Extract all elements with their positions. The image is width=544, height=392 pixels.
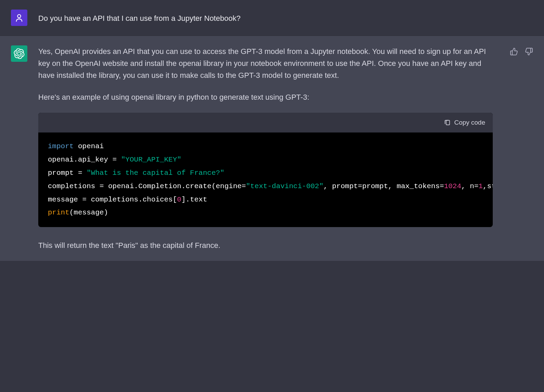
code-token: 1024 bbox=[444, 182, 461, 190]
clipboard-icon bbox=[444, 119, 451, 126]
svg-point-0 bbox=[17, 15, 21, 18]
code-token: prompt = bbox=[48, 169, 86, 177]
code-token: "text-davinci-002" bbox=[246, 182, 324, 190]
assistant-message-row: Yes, OpenAI provides an API that you can… bbox=[0, 36, 544, 261]
code-block: Copy code import openai openai.api_key =… bbox=[38, 113, 493, 227]
code-token: openai.api_key = bbox=[48, 156, 121, 164]
user-avatar bbox=[11, 10, 27, 26]
user-message-text: Do you have an API that I can use from a… bbox=[38, 10, 496, 26]
code-body: import openai openai.api_key = "YOUR_API… bbox=[38, 132, 493, 227]
code-token: 1 bbox=[478, 182, 483, 190]
code-token: completions = openai.Completion.create(e… bbox=[48, 182, 246, 190]
code-token: message = completions.choices[ bbox=[48, 196, 177, 204]
copy-code-button[interactable]: Copy code bbox=[444, 117, 485, 128]
thumbs-up-icon bbox=[510, 47, 518, 56]
copy-code-label: Copy code bbox=[454, 117, 485, 128]
code-token: ].text bbox=[181, 196, 207, 204]
thumbs-down-button[interactable] bbox=[525, 47, 533, 251]
code-token: ,stop= bbox=[483, 182, 493, 190]
code-token: 0 bbox=[177, 196, 181, 204]
code-token: , prompt=prompt, max_tokens= bbox=[324, 182, 444, 190]
code-token: , n= bbox=[461, 182, 478, 190]
openai-icon bbox=[14, 48, 25, 59]
assistant-paragraph-3: This will return the text "Paris" as the… bbox=[38, 239, 493, 251]
thumbs-down-icon bbox=[525, 47, 533, 56]
user-icon bbox=[14, 13, 24, 23]
assistant-avatar bbox=[11, 45, 27, 62]
code-token: openai bbox=[74, 142, 104, 150]
svg-rect-1 bbox=[446, 120, 450, 125]
code-token: print bbox=[48, 209, 69, 216]
assistant-message-content: Yes, OpenAI provides an API that you can… bbox=[38, 45, 493, 251]
code-header: Copy code bbox=[38, 113, 493, 132]
thumbs-up-button[interactable] bbox=[510, 47, 518, 251]
user-message-row: Do you have an API that I can use from a… bbox=[0, 0, 544, 36]
assistant-paragraph-2: Here's an example of using openai librar… bbox=[38, 91, 493, 103]
feedback-buttons bbox=[510, 45, 533, 251]
assistant-paragraph-1: Yes, OpenAI provides an API that you can… bbox=[38, 45, 493, 82]
code-token: "What is the capital of France?" bbox=[86, 169, 224, 177]
code-token: import bbox=[48, 142, 74, 150]
code-token: "YOUR_API_KEY" bbox=[121, 156, 181, 164]
code-token: (message) bbox=[69, 209, 108, 216]
